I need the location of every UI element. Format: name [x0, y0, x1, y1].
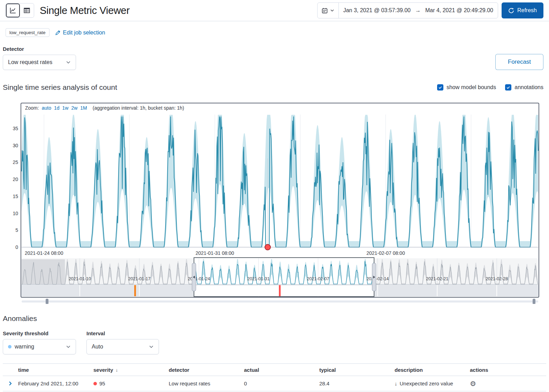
- range-slider-thumb-right[interactable]: [533, 299, 535, 304]
- svg-text:2021-01-24 08:00: 2021-01-24 08:00: [25, 250, 63, 256]
- svg-text:2021-01-31 08:00: 2021-01-31 08:00: [196, 250, 234, 256]
- time-series-chart[interactable]: 051015202530352021-01-24 08:002021-01-31…: [3, 103, 543, 304]
- table-icon: [24, 7, 30, 14]
- chevron-right-icon: [8, 381, 13, 386]
- row-actions-button[interactable]: ⚙: [470, 379, 476, 388]
- series-title: Single time series analysis of count: [3, 83, 117, 92]
- start-date[interactable]: Jan 3, 2021 @ 03:57:39.00: [339, 7, 415, 14]
- svg-text:2021-02-21: 2021-02-21: [426, 276, 448, 281]
- refresh-icon: [508, 8, 514, 14]
- anomalies-table-view-button[interactable]: [20, 3, 34, 17]
- view-toggle: [6, 3, 34, 18]
- zoom-controls: Zoom: auto1d1w2w1M (aggregation interval…: [25, 105, 184, 111]
- col-typical[interactable]: typical: [319, 367, 395, 373]
- severity-threshold-label: Severity threshold: [3, 330, 76, 336]
- zoom-option-1w[interactable]: 1w: [62, 105, 69, 111]
- svg-text:5: 5: [15, 227, 18, 233]
- range-slider-track[interactable]: [22, 300, 538, 303]
- swimlane-anomaly-tick[interactable]: [134, 285, 136, 296]
- range-slider-thumb-left[interactable]: [46, 299, 48, 304]
- anomalies-table-header: time severity↓ detector actual typical d…: [3, 363, 546, 376]
- svg-text:20: 20: [13, 177, 18, 182]
- refresh-button-label: Refresh: [517, 7, 537, 14]
- col-severity[interactable]: severity↓: [93, 367, 169, 373]
- series-section-header: Single time series analysis of count sho…: [3, 83, 543, 92]
- svg-text:2021-01-24: 2021-01-24: [188, 276, 210, 281]
- svg-text:30: 30: [13, 143, 18, 148]
- annotations-checkbox[interactable]: annotations: [505, 84, 543, 91]
- page-header: Single Metric Viewer Jan 3, 2021 @ 03:57…: [0, 0, 549, 21]
- col-detector[interactable]: detector: [169, 367, 244, 373]
- date-range-picker: Jan 3, 2021 @ 03:57:39.00 → Mar 4, 2021 …: [317, 2, 498, 18]
- severity-critical-dot-icon: [93, 382, 97, 385]
- edit-job-selection-link[interactable]: Edit job selection: [55, 30, 105, 36]
- annotations-label: annotations: [514, 84, 543, 91]
- svg-text:2021-02-07 08:00: 2021-02-07 08:00: [366, 250, 405, 256]
- sort-desc-icon: ↓: [116, 367, 118, 373]
- severity-warning-dot-icon: [8, 345, 12, 348]
- detector-section: Detector Low request rates Forecast: [3, 46, 543, 70]
- chevron-down-icon: [66, 60, 71, 65]
- svg-text:2021-02-14: 2021-02-14: [366, 276, 389, 281]
- refresh-button[interactable]: Refresh: [502, 2, 543, 18]
- expand-row-button[interactable]: [8, 381, 13, 386]
- anomalies-filters: Severity threshold warning Interval Auto: [3, 330, 543, 354]
- job-bar: low_request_rate Edit job selection: [6, 28, 543, 37]
- anomalies-title: Anomalies: [3, 314, 543, 323]
- detector-select[interactable]: Low request rates: [3, 55, 76, 70]
- date-range-arrow-icon: →: [415, 7, 421, 14]
- chevron-down-icon: [330, 8, 334, 13]
- calendar-dropdown-button[interactable]: [318, 3, 339, 18]
- svg-text:0: 0: [15, 244, 18, 250]
- checkbox-check-icon: [437, 84, 443, 91]
- svg-text:2021-01-17: 2021-01-17: [128, 276, 151, 281]
- interval-label: Interval: [86, 330, 159, 336]
- table-row: February 2nd 2021, 12:00 95 Low request …: [3, 376, 546, 391]
- swimlane-anomaly-tick[interactable]: [279, 285, 281, 296]
- detector-selected-value: Low request rates: [8, 59, 52, 65]
- end-date[interactable]: Mar 4, 2021 @ 20:49:29.00: [421, 7, 498, 14]
- zoom-option-auto[interactable]: auto: [42, 105, 51, 111]
- col-actual[interactable]: actual: [244, 367, 319, 373]
- svg-text:25: 25: [13, 159, 18, 165]
- severity-threshold-select[interactable]: warning: [3, 339, 76, 354]
- zoom-option-1M[interactable]: 1M: [80, 105, 87, 111]
- anomaly-time: February 2nd 2021, 12:00: [18, 381, 93, 386]
- svg-text:15: 15: [13, 194, 18, 199]
- anomalies-table: time severity↓ detector actual typical d…: [3, 363, 546, 391]
- show-model-bounds-checkbox[interactable]: show model bounds: [437, 84, 496, 91]
- anomaly-typical: 28.4: [319, 381, 395, 386]
- svg-text:2021-01-31: 2021-01-31: [247, 276, 270, 281]
- down-arrow-icon: ↓: [395, 381, 397, 386]
- gear-icon: ⚙: [470, 379, 476, 388]
- zoom-option-2w[interactable]: 2w: [71, 105, 77, 111]
- single-metric-chart: Zoom: auto1d1w2w1M (aggregation interval…: [3, 103, 543, 304]
- zoom-option-1d[interactable]: 1d: [54, 105, 60, 111]
- anomaly-severity: 95: [93, 381, 169, 386]
- svg-text:10: 10: [13, 211, 18, 216]
- detector-label: Detector: [3, 46, 76, 52]
- chevron-down-icon: [149, 344, 154, 349]
- aggregation-note: (aggregation interval: 1h, bucket span: …: [93, 105, 184, 111]
- line-chart-icon: [10, 7, 16, 14]
- show-model-bounds-label: show model bounds: [447, 84, 496, 91]
- zoom-label: Zoom:: [25, 105, 39, 111]
- svg-text:35: 35: [13, 126, 18, 131]
- interval-select[interactable]: Auto: [86, 339, 159, 354]
- interval-value: Auto: [92, 344, 103, 350]
- edit-job-selection-label: Edit job selection: [63, 30, 105, 36]
- zoom-options: auto1d1w2w1M: [42, 105, 87, 111]
- anomaly-marker[interactable]: [265, 244, 270, 250]
- chart-view-button[interactable]: [6, 3, 20, 17]
- chevron-down-icon: [66, 344, 71, 349]
- col-time[interactable]: time: [18, 367, 93, 373]
- svg-text:2021-02-07: 2021-02-07: [307, 276, 329, 281]
- svg-text:2021-01-10: 2021-01-10: [69, 276, 91, 281]
- anomaly-actual: 0: [244, 381, 319, 386]
- col-description[interactable]: description: [395, 367, 470, 373]
- severity-threshold-value: warning: [15, 344, 34, 350]
- forecast-button[interactable]: Forecast: [495, 54, 543, 70]
- col-actions: actions: [470, 367, 546, 373]
- anomaly-description: ↓ Unexpected zero value: [395, 381, 470, 386]
- calendar-icon: [322, 8, 328, 14]
